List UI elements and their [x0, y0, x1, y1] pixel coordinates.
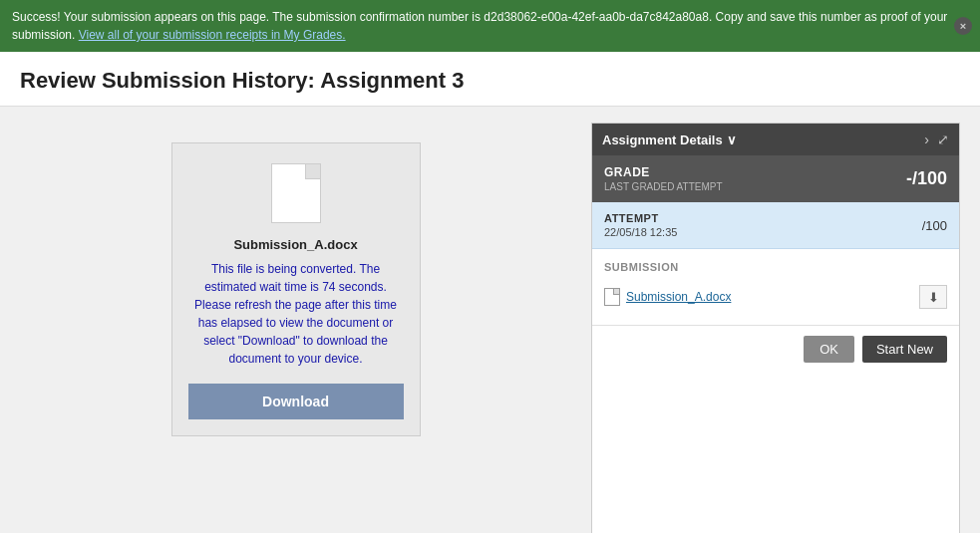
doc-filename: Submission_A.docx [233, 237, 357, 252]
attempt-info: ATTEMPT 22/05/18 12:35 [604, 212, 677, 238]
grade-sublabel: LAST GRADED ATTEMPT [604, 181, 723, 192]
start-new-button[interactable]: Start New [862, 336, 947, 363]
grade-info: GRADE LAST GRADED ATTEMPT [604, 165, 723, 192]
grade-label: GRADE [604, 165, 723, 179]
grade-value: -/100 [906, 168, 947, 189]
nav-forward-icon[interactable]: › [924, 132, 929, 147]
doc-message: This file is being converted. The estima… [188, 260, 404, 368]
panel-header-actions: › ⤢ [924, 132, 949, 147]
assignment-panel: Assignment Details ∨ › ⤢ GRADE LAST GRAD… [591, 123, 960, 533]
page-title: Review Submission History: Assignment 3 [20, 68, 960, 94]
doc-viewer: Submission_A.docx This file is being con… [20, 123, 571, 533]
grade-section: GRADE LAST GRADED ATTEMPT -/100 [592, 155, 959, 202]
attempt-label: ATTEMPT [604, 212, 677, 224]
attempt-score: /100 [922, 218, 947, 233]
submission-file-link[interactable]: Submission_A.docx [626, 290, 731, 304]
submission-section: SUBMISSION Submission_A.docx ⬇ [592, 249, 959, 326]
nav-expand-icon[interactable]: ⤢ [937, 132, 949, 147]
doc-card: Submission_A.docx This file is being con… [171, 142, 421, 436]
chevron-down-icon: ∨ [727, 133, 737, 147]
main-content: Submission_A.docx This file is being con… [0, 107, 980, 533]
banner-link[interactable]: View all of your submission receipts in … [79, 28, 346, 42]
ok-button[interactable]: OK [804, 336, 854, 363]
document-icon [271, 163, 321, 223]
submission-label: SUBMISSION [604, 261, 947, 273]
submission-file-row: Submission_A.docx ⬇ [604, 281, 947, 313]
download-button[interactable]: Download [188, 384, 404, 419]
banner-close-button[interactable]: × [954, 17, 972, 35]
panel-footer: OK Start New [592, 326, 959, 373]
page-header: Review Submission History: Assignment 3 [0, 52, 980, 107]
panel-header-title: Assignment Details ∨ [602, 133, 737, 147]
file-icon [604, 288, 620, 306]
attempt-section: ATTEMPT 22/05/18 12:35 /100 [592, 202, 959, 249]
attempt-date: 22/05/18 12:35 [604, 226, 677, 238]
success-banner: Success! Your submission appears on this… [0, 0, 980, 52]
submission-download-button[interactable]: ⬇ [919, 285, 947, 309]
panel-title-text: Assignment Details [602, 133, 723, 147]
panel-header: Assignment Details ∨ › ⤢ [592, 124, 959, 155]
submission-file-left: Submission_A.docx [604, 288, 731, 306]
